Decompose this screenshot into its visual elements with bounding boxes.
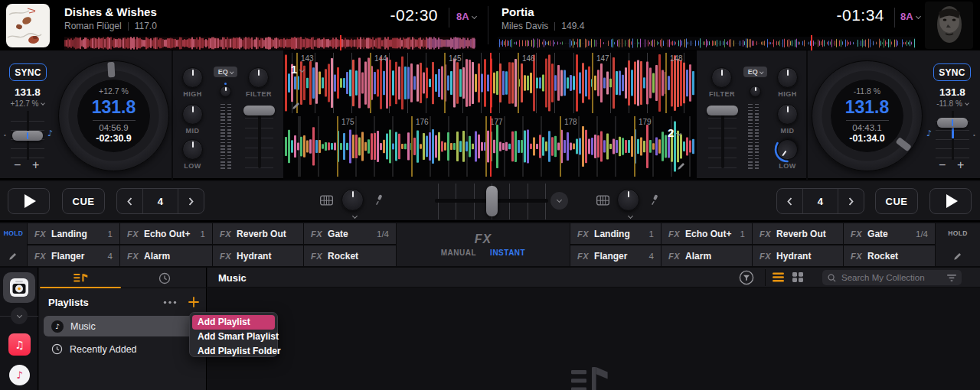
menu-item-add-playlist[interactable]: Add Playlist	[192, 315, 275, 330]
deck1-eq-mode-selector[interactable]: EQ	[214, 67, 237, 77]
deck1-mixer-knob[interactable]	[341, 189, 364, 211]
fx-slot[interactable]: FXRocket	[844, 245, 935, 266]
deck2-key-selector[interactable]: 8A	[900, 11, 920, 22]
deck2-mixer-knob[interactable]	[617, 189, 639, 211]
search-filter-icon[interactable]	[947, 274, 956, 282]
fx-slot[interactable]: FXLanding1	[570, 223, 661, 244]
deck1-filter-knob[interactable]	[248, 67, 269, 88]
deck1-sync-button[interactable]: SYNC	[9, 63, 47, 81]
deck1-eq-low-knob[interactable]	[182, 139, 203, 160]
chevron-down-icon[interactable]	[628, 213, 633, 219]
crossfader-handle[interactable]	[486, 186, 498, 216]
deck1-track-overview[interactable]	[64, 37, 475, 50]
fx-slot[interactable]: FXGate1/4	[304, 223, 396, 244]
edit-fx-icon[interactable]	[8, 251, 18, 261]
deck1-tempo-slider[interactable]	[11, 111, 44, 160]
deck1-play-button[interactable]	[8, 188, 50, 214]
search-box[interactable]	[822, 270, 962, 285]
fx-slot[interactable]: FXFlanger4	[28, 245, 119, 266]
deck2-loop-halve-button[interactable]	[777, 189, 803, 213]
deck2-fx-hold-button[interactable]: HOLD	[936, 229, 980, 237]
deck2-play-button[interactable]	[929, 188, 972, 214]
deck2-tempo-handle[interactable]	[937, 118, 968, 128]
edit-fx-icon[interactable]	[953, 251, 963, 261]
deck2-pads-icon[interactable]	[596, 195, 609, 206]
eq-high-label: HIGH	[777, 90, 798, 98]
deck1-tempo-plus-button[interactable]: +	[32, 158, 39, 172]
deck2-sync-button[interactable]: SYNC	[933, 63, 971, 81]
edit-beatgrid-icon[interactable]	[292, 100, 302, 110]
deck2-tempo-minus-button[interactable]: −	[939, 158, 946, 172]
deck1-volume-handle[interactable]	[243, 106, 275, 115]
tab-playlists[interactable]	[39, 268, 122, 288]
deck2-gain-knob[interactable]	[750, 86, 761, 97]
filter-button[interactable]	[739, 270, 754, 285]
deck2-mic-icon[interactable]	[650, 193, 661, 206]
menu-item-add-smart-playlist[interactable]: Add Smart Playlist	[192, 330, 275, 344]
source-music-app[interactable]: ♪	[9, 365, 30, 385]
deck2-tempo-plus-button[interactable]: +	[957, 158, 964, 172]
deck1-tempo-minus-button[interactable]: −	[14, 158, 21, 172]
rail-collapse-button[interactable]	[11, 307, 28, 324]
edit-beatgrid-icon[interactable]	[677, 161, 687, 171]
fx-slot[interactable]: FXHydrant	[213, 245, 303, 266]
deck2-waveform[interactable]: 175 176 177 178 179 2	[285, 116, 695, 177]
deck2-loop-length[interactable]: 4	[803, 196, 838, 207]
deck1-mic-icon[interactable]	[374, 193, 385, 206]
deck1-loop-length[interactable]: 4	[143, 196, 178, 207]
deck2-cue-button[interactable]: CUE	[875, 188, 918, 214]
fx-slot[interactable]: FXEcho Out+1	[662, 223, 752, 244]
deck1-loop-double-button[interactable]	[178, 189, 204, 213]
deck2-eq-high-knob[interactable]	[777, 67, 798, 88]
fx-slot[interactable]: FXAlarm	[120, 245, 212, 266]
more-options-icon[interactable]	[163, 301, 177, 304]
menu-item-add-playlist-folder[interactable]: Add Playlist Folder	[192, 344, 275, 359]
deck2-tempo-percent[interactable]: -11.8 %	[929, 99, 975, 108]
deck1-key-selector[interactable]: 8A	[456, 11, 476, 22]
fx-slot[interactable]: FXReverb Out	[213, 223, 303, 244]
deck1-loop-halve-button[interactable]	[117, 189, 143, 213]
fx-mode-manual[interactable]: MANUAL	[441, 249, 476, 257]
fx-mode-instant[interactable]: INSTANT	[490, 249, 525, 257]
deck1-jog-wheel[interactable]: +12.7 % 131.8 04:56.9 -02:30.9	[58, 60, 169, 171]
deck2-loop-double-button[interactable]	[838, 189, 864, 213]
playlist-row-music[interactable]: ♪ Music	[44, 316, 202, 336]
deck1-gain-knob[interactable]	[220, 86, 231, 97]
deck2-volume-fader[interactable]	[708, 106, 737, 168]
source-my-collection[interactable]	[3, 272, 35, 303]
deck2-wave-label[interactable]: 2	[668, 126, 681, 139]
fx-slot[interactable]: FXRocket	[304, 245, 396, 266]
fx-slot[interactable]: FXHydrant	[753, 245, 843, 266]
deck2-eq-mode-selector[interactable]: EQ	[743, 67, 767, 77]
deck1-tempo-percent[interactable]: +12.7 %	[5, 99, 51, 108]
deck1-eq-mid-knob[interactable]	[182, 104, 203, 125]
list-view-button[interactable]	[773, 272, 784, 282]
fx-slot[interactable]: FXReverb Out	[753, 223, 843, 244]
grid-view-button[interactable]	[792, 272, 803, 282]
fx-slot[interactable]: FXLanding1	[28, 223, 119, 244]
deck1-album-art	[6, 4, 50, 47]
deck2-jog-wheel[interactable]: -11.8 % 131.8 04:43.1 -01:34.0	[812, 60, 923, 171]
deck1-eq-high-knob[interactable]	[182, 67, 203, 88]
source-apple-music[interactable]: ♫	[8, 333, 31, 356]
deck2-filter-knob[interactable]	[711, 67, 732, 88]
add-playlist-icon[interactable]	[188, 297, 199, 307]
deck1-wave-label[interactable]: 1	[291, 63, 304, 76]
deck2-tempo-slider[interactable]	[936, 111, 969, 160]
deck1-tempo-handle[interactable]	[12, 131, 43, 141]
chevron-down-icon[interactable]	[352, 213, 358, 219]
deck1-volume-fader[interactable]	[245, 106, 273, 168]
fx-slot[interactable]: FXGate1/4	[844, 223, 935, 244]
mixer-collapse-button[interactable]	[550, 192, 568, 210]
deck1-cue-button[interactable]: CUE	[62, 188, 105, 214]
fx-slot[interactable]: FXFlanger4	[570, 245, 661, 266]
tab-history[interactable]	[122, 268, 207, 288]
playlist-row-recently-added[interactable]: Recently Added	[44, 339, 202, 359]
deck1-waveform[interactable]: 143 144 145 146 147 148 1	[285, 53, 695, 113]
fx-slot[interactable]: FXEcho Out+1	[120, 223, 212, 244]
deck2-volume-handle[interactable]	[707, 106, 738, 115]
deck1-pads-icon[interactable]	[320, 195, 333, 206]
search-input[interactable]	[840, 272, 943, 283]
deck1-fx-hold-button[interactable]: HOLD	[0, 229, 27, 237]
fx-slot[interactable]: FXAlarm	[662, 245, 752, 266]
